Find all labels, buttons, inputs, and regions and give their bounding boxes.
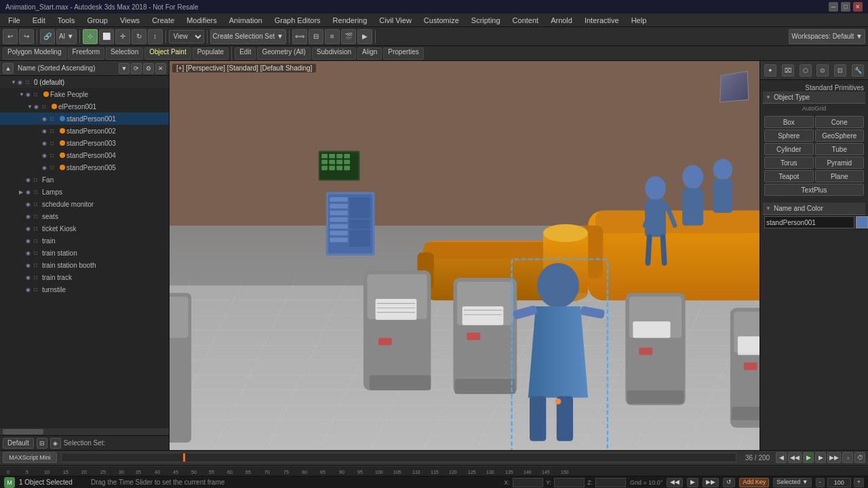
vis-icon-standperson001[interactable]: ◉ [42, 116, 50, 122]
lock-icon-standperson003[interactable]: □ [50, 140, 58, 146]
tree-item-train-station-booth[interactable]: ◉ □ train station booth [0, 259, 169, 271]
teapot-button[interactable]: Teapot [764, 170, 814, 182]
scene-icon[interactable]: ◈ [50, 438, 61, 449]
cone-button[interactable]: Cone [815, 116, 865, 128]
menu-create[interactable]: Create [146, 15, 180, 26]
navigation-cube[interactable] [713, 66, 754, 107]
lock-icon-standperson002[interactable]: □ [50, 128, 58, 134]
create-panel-btn[interactable]: ✦ [764, 64, 776, 77]
menu-interactive[interactable]: Interactive [579, 15, 625, 26]
scene-scrollbar[interactable] [0, 428, 169, 435]
menu-group[interactable]: Group [81, 15, 113, 26]
lock-icon-fan[interactable]: □ [34, 177, 42, 183]
expand-icon-lamps[interactable]: ▶ [19, 189, 26, 195]
vis-icon-lamps[interactable]: ◉ [26, 189, 34, 195]
menu-customize[interactable]: Customize [418, 15, 465, 26]
refresh-icon[interactable]: ⟳ [131, 63, 142, 74]
timeline-ruler[interactable]: 0 5 10 15 20 25 30 35 40 45 50 55 60 65 … [0, 466, 868, 476]
vis-icon-schedule[interactable]: ◉ [26, 201, 34, 207]
default-button[interactable]: Default [3, 438, 34, 449]
selection-filter[interactable]: Al ▼ [56, 29, 77, 44]
vis-icon-fan[interactable]: ◉ [26, 177, 34, 183]
menu-modifiers[interactable]: Modifiers [181, 15, 222, 26]
select-tool[interactable]: ⊹ [83, 29, 98, 44]
textplus-button[interactable]: TextPlus [764, 184, 864, 196]
lock-icon-elperson001[interactable]: □ [42, 104, 50, 110]
object-type-header[interactable]: Object Type [763, 92, 865, 104]
lock-icon-train-station[interactable]: □ [34, 250, 42, 256]
edit-tab[interactable]: Edit [235, 47, 256, 60]
close-panel-icon[interactable]: ✕ [155, 63, 166, 74]
vis-icon-seats[interactable]: ◉ [26, 214, 34, 220]
key-mode-btn[interactable]: ⬦ [842, 452, 853, 463]
vis-icon-standperson003[interactable]: ◉ [42, 140, 50, 146]
tree-item-train[interactable]: ◉ □ train [0, 235, 169, 247]
tree-item-standperson003[interactable]: ◉ □ standPerson003 [0, 137, 169, 149]
vis-icon-fake-people[interactable]: ◉ [26, 92, 34, 98]
play-btn[interactable]: ▶ [803, 452, 814, 463]
vis-icon-standperson002[interactable]: ◉ [42, 128, 50, 134]
select-by-name-button[interactable]: 🔗 [40, 29, 55, 44]
menu-file[interactable]: File [3, 15, 26, 26]
tree-item-turnstile[interactable]: ◉ □ turnstile [0, 283, 169, 296]
time-config-btn[interactable]: ⏱ [854, 452, 865, 463]
tree-item-fan[interactable]: ◉ □ Fan [0, 174, 169, 186]
hierarchy-panel-btn[interactable]: ⬡ [800, 64, 812, 77]
tree-item-train-station[interactable]: ◉ □ train station [0, 247, 169, 259]
tree-item-seats[interactable]: ◉ □ seats [0, 210, 169, 222]
object-name-input[interactable] [764, 216, 854, 228]
zoom-out-btn[interactable]: - [816, 478, 825, 487]
prev-frame-btn[interactable]: ◀ [776, 452, 787, 463]
motion-panel-btn[interactable]: ⊙ [816, 64, 829, 77]
zoom-in-btn[interactable]: + [854, 478, 864, 487]
tree-item-standperson005[interactable]: ◉ □ standPerson005 [0, 161, 169, 174]
properties-tab[interactable]: Properties [383, 47, 424, 60]
vis-icon-train-booth[interactable]: ◉ [26, 262, 34, 268]
geosphere-button[interactable]: GeoSphere [815, 129, 865, 142]
vis-icon-ticket[interactable]: ◉ [26, 226, 34, 232]
vis-icon-standperson005[interactable]: ◉ [42, 165, 50, 171]
selection-tab[interactable]: Selection [106, 47, 143, 60]
x-input[interactable] [513, 478, 543, 487]
plane-button[interactable]: Plane [815, 170, 865, 182]
menu-views[interactable]: Views [115, 15, 145, 26]
vis-icon-elperson001[interactable]: ◉ [34, 104, 42, 110]
add-key-btn[interactable]: Add Key [739, 478, 769, 487]
tree-item-standperson004[interactable]: ◉ □ standPerson004 [0, 149, 169, 161]
mirror-tool[interactable]: ⟺ [292, 29, 307, 44]
prev-key-btn[interactable]: ◀◀ [667, 478, 683, 487]
lock-icon-seats[interactable]: □ [34, 214, 42, 220]
sphere-button[interactable]: Sphere [764, 129, 814, 142]
menu-content[interactable]: Content [507, 15, 545, 26]
expand-icon-default[interactable]: ▼ [11, 79, 18, 85]
rewind-btn[interactable]: ◀◀ [788, 452, 802, 463]
expand-icon-fake-people[interactable]: ▼ [19, 92, 26, 98]
display-panel-btn[interactable]: ⊡ [834, 64, 846, 77]
next-key-btn[interactable]: ▶▶ [703, 478, 719, 487]
lock-icon-standperson001[interactable]: □ [50, 116, 58, 122]
workspace-select[interactable]: Workspaces: Default ▼ [789, 29, 865, 44]
next-frame-btn[interactable]: ▶ [815, 452, 826, 463]
box-button[interactable]: Box [764, 116, 814, 128]
settings-icon[interactable]: ⚙ [143, 63, 154, 74]
subdivision-tab[interactable]: Subdivision [312, 47, 356, 60]
vis-icon-train-track[interactable]: ◉ [26, 274, 34, 281]
tube-button[interactable]: Tube [815, 143, 865, 155]
lock-icon-fake-people[interactable]: □ [34, 92, 42, 98]
scene-scrollbar-thumb[interactable] [3, 429, 43, 434]
forward-btn[interactable]: ▶▶ [827, 452, 841, 463]
timeline-track[interactable] [61, 453, 736, 462]
filter-icon[interactable]: ▼ [119, 63, 130, 74]
modify-panel-btn[interactable]: ⌧ [782, 64, 794, 77]
zoom-input[interactable] [827, 478, 851, 487]
tree-item-standperson001[interactable]: ◉ □ standPerson001 [0, 113, 169, 125]
redo-button[interactable]: ↪ [19, 29, 34, 44]
name-color-header[interactable]: Name and Color [763, 203, 865, 215]
menu-rendering[interactable]: Rendering [328, 15, 373, 26]
tree-item-lamps[interactable]: ▶ ◉ □ Lamps [0, 186, 169, 198]
reference-coord-select[interactable]: View World Local [169, 30, 204, 43]
tree-item-standperson002[interactable]: ◉ □ standPerson002 [0, 125, 169, 137]
object-paint-tab[interactable]: Object Paint [144, 47, 191, 60]
menu-graph-editors[interactable]: Graph Editors [269, 15, 326, 26]
loop-btn[interactable]: ↺ [723, 478, 735, 487]
